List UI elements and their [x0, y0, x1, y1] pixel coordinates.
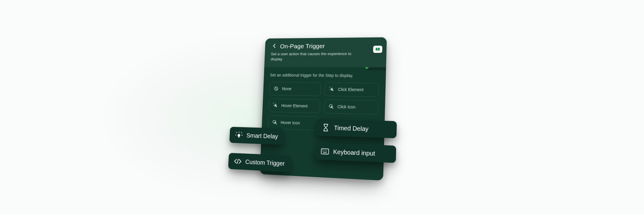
- code-icon: [234, 157, 241, 165]
- corner-decoration: [353, 37, 386, 70]
- svg-rect-24: [325, 151, 325, 152]
- svg-line-15: [236, 132, 237, 133]
- keyboard-icon: [321, 147, 329, 155]
- none-icon: [273, 86, 279, 92]
- helper-text: Set an additional trigger for the Step t…: [270, 73, 379, 78]
- svg-line-16: [241, 132, 242, 133]
- svg-line-27: [237, 159, 238, 163]
- svg-rect-20: [325, 150, 325, 150]
- option-label: None: [282, 86, 291, 91]
- svg-rect-11: [238, 137, 239, 138]
- target-click-icon: [328, 104, 334, 109]
- option-label: Keyboard input: [333, 148, 375, 157]
- option-hover-element[interactable]: Hover Element: [268, 99, 320, 113]
- lightbulb-icon: [235, 131, 243, 139]
- svg-line-4: [332, 87, 332, 88]
- chevron-left-icon: [272, 43, 276, 49]
- cursor-click-icon: [329, 87, 334, 92]
- target-hover-icon: [272, 120, 277, 125]
- svg-rect-25: [326, 151, 327, 152]
- option-label: Click Element: [338, 87, 363, 92]
- svg-rect-18: [322, 150, 323, 150]
- back-button[interactable]: [271, 43, 277, 49]
- svg-line-5: [273, 103, 274, 104]
- option-custom-trigger[interactable]: Custom Trigger: [228, 153, 291, 172]
- svg-line-1: [275, 87, 277, 90]
- hourglass-icon: [322, 123, 330, 132]
- svg-line-2: [329, 87, 330, 88]
- help-button[interactable]: [373, 46, 382, 53]
- option-label: Click Icon: [337, 104, 355, 109]
- option-label: Hover Icon: [280, 120, 300, 125]
- svg-rect-23: [323, 151, 324, 152]
- svg-line-7: [275, 103, 276, 104]
- option-click-icon[interactable]: Click Icon: [324, 100, 378, 114]
- book-icon: [375, 47, 380, 51]
- option-timed-delay[interactable]: Timed Delay: [315, 119, 397, 138]
- option-label: Hover Element: [281, 103, 308, 109]
- option-label: Timed Delay: [334, 124, 369, 133]
- svg-point-10: [237, 134, 240, 137]
- svg-line-3: [329, 89, 330, 90]
- option-smart-delay[interactable]: Smart Delay: [229, 127, 284, 145]
- svg-rect-19: [324, 150, 324, 150]
- svg-rect-26: [323, 152, 327, 153]
- cursor-hover-icon: [273, 103, 278, 108]
- svg-rect-21: [326, 150, 327, 150]
- svg-rect-22: [322, 151, 323, 152]
- option-label: Smart Delay: [246, 132, 278, 140]
- option-click-element[interactable]: Click Element: [325, 83, 379, 97]
- panel-subtitle: Set a user action that causes the experi…: [270, 51, 380, 62]
- option-label: Custom Trigger: [245, 158, 285, 167]
- svg-rect-17: [321, 149, 328, 154]
- panel-title: On-Page Trigger: [280, 43, 325, 50]
- svg-line-6: [273, 106, 274, 106]
- panel-header: On-Page Trigger Set a user action that c…: [264, 37, 387, 67]
- option-none[interactable]: None: [269, 82, 321, 96]
